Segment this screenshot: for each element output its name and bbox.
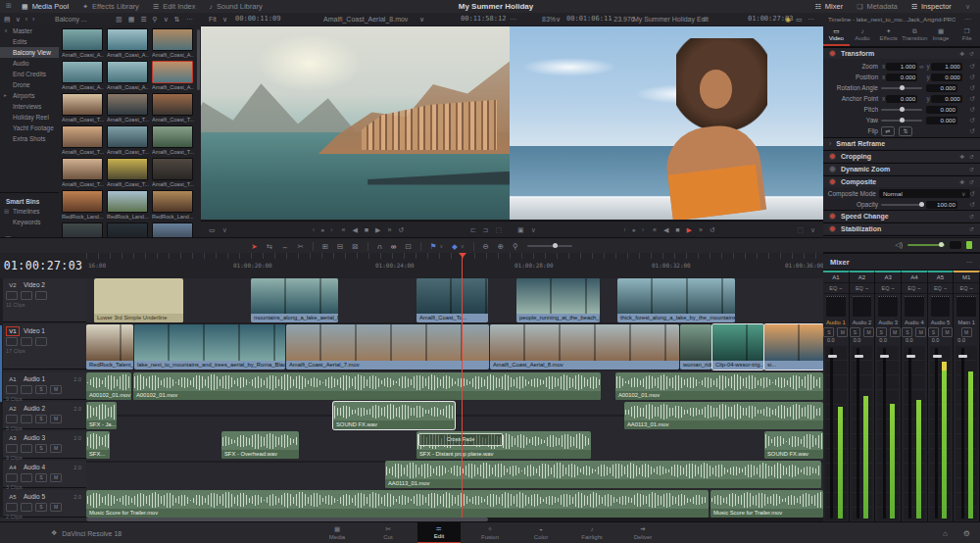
clip-thumbnail[interactable] (107, 125, 148, 148)
solo-button[interactable]: S (902, 327, 912, 337)
media-clip[interactable]: Amalfi_Coast_A... (151, 61, 196, 93)
clip-thumbnail[interactable] (152, 61, 193, 83)
page-tab-fusion[interactable]: ✧Fusion (468, 522, 512, 543)
media-clip[interactable]: Amalfi_Coast_A... (151, 28, 196, 61)
stop-button[interactable]: ■ (365, 226, 368, 233)
pan-control[interactable] (826, 296, 846, 317)
sort-icon[interactable]: ⇅ (174, 16, 180, 23)
scroll-indicator[interactable] (0, 325, 2, 402)
channel-fader[interactable] (930, 346, 952, 520)
timeline-viewer[interactable] (510, 25, 824, 221)
play-reverse-button[interactable]: ◀ (663, 226, 668, 234)
track-header-a2[interactable]: A2Audio 22.0SM5 Clips (0, 402, 86, 429)
tab-file[interactable]: ❐File (954, 25, 980, 46)
clip-thumbnail[interactable] (152, 158, 193, 180)
reset-icon[interactable]: ↺ (969, 178, 974, 185)
topbar-button-metadata[interactable]: ❏Metadata (857, 2, 898, 11)
reset-icon[interactable]: ↺ (970, 127, 975, 135)
filmstrip-view-icon[interactable]: ▥ (116, 16, 122, 23)
sidebar-item-yacht-footage[interactable]: Yacht Footage (0, 123, 59, 133)
select-tool[interactable]: ➤ (251, 242, 257, 251)
pitch-slider[interactable] (881, 109, 922, 111)
source-clip-name[interactable]: Amalfi_Coast_Aerial_8.mov (323, 13, 408, 25)
custom-zoom-button[interactable]: ⚲ (513, 242, 518, 251)
play-reverse-button[interactable]: ◀ (352, 226, 357, 234)
track-badge[interactable]: A5 (6, 492, 20, 502)
audio-clip[interactable]: A00102_01.mov (615, 372, 823, 400)
skip-back-button[interactable]: « (342, 226, 346, 233)
lock-icon[interactable] (6, 291, 18, 300)
tab-transition[interactable]: ⧉Transition (902, 25, 928, 46)
anchor-y-field[interactable]: 0.000 (931, 95, 962, 103)
chevron-down-icon[interactable]: ∨ (164, 16, 169, 23)
track-header-a1[interactable]: A1Audio 12.0SM9 Clips (0, 372, 86, 400)
thumbnail-view-icon[interactable]: ▦ (128, 16, 135, 23)
lock-icon[interactable] (6, 503, 18, 512)
auto-select-icon[interactable] (21, 385, 32, 394)
page-tab-color[interactable]: ◒Color (519, 522, 563, 543)
clip-thumbnail[interactable] (62, 125, 103, 148)
clip-thumbnail[interactable] (62, 158, 103, 180)
more-options-icon[interactable]: ⋯ (966, 258, 974, 267)
sidebar-item-extra-shots[interactable]: Extra Shots (0, 133, 59, 144)
track-badge[interactable]: V2 (6, 280, 20, 290)
mute-button[interactable]: M (50, 473, 62, 482)
fader-handle[interactable] (906, 355, 915, 358)
sidebar-item-master[interactable]: ∨Master (0, 25, 59, 36)
bin-display-icon[interactable]: ▤ (4, 16, 11, 23)
audio-clip[interactable]: SFX - Distant prop plane.wavCross Fade (416, 431, 591, 459)
eq-button[interactable]: EQ~ (902, 283, 927, 294)
chevron-down-icon[interactable]: ∨ (222, 13, 227, 25)
eq-button[interactable]: EQ~ (823, 283, 849, 294)
more-options-icon[interactable]: ⋯ (186, 16, 193, 23)
list-view-icon[interactable]: ☰ (140, 16, 146, 23)
snapping-toggle[interactable]: ∩ (377, 242, 382, 251)
media-clip[interactable]: Amalfi_Coast_T... (151, 158, 196, 190)
fader-handle[interactable] (828, 355, 837, 358)
media-clip[interactable]: Amalfi_Coast_T... (106, 158, 151, 190)
clip-thumbnail[interactable] (107, 61, 148, 83)
reset-icon[interactable]: ↺ (970, 190, 975, 198)
channel-fader[interactable] (877, 346, 899, 520)
mute-button[interactable]: M (50, 503, 62, 512)
playhead[interactable] (462, 253, 463, 518)
playhead-head[interactable] (459, 253, 466, 262)
mute-button[interactable]: M (863, 327, 874, 337)
viewer-mode-icon[interactable]: ▭ (209, 226, 216, 234)
media-clip[interactable]: Amalfi_Coast_A... (106, 28, 151, 61)
reset-icon[interactable]: ↺ (970, 84, 975, 92)
tab-audio[interactable]: ♪Audio (850, 25, 876, 46)
marker-button[interactable]: ◆ (452, 242, 458, 251)
viewer-option-icon[interactable]: ∨ (810, 226, 815, 234)
clip-thumbnail[interactable] (152, 190, 193, 213)
flip-horizontal-button[interactable]: ⇄ (881, 126, 895, 136)
topbar-button-effects-library[interactable]: ✦Effects Library (82, 2, 139, 11)
speed-change-section[interactable]: Speed Change ↺ (823, 210, 980, 222)
video-clip[interactable]: lake_next_to_mountains_and_trees_aerial_… (134, 324, 285, 370)
media-clip[interactable]: RedRock_Land... (61, 190, 106, 222)
jog-control[interactable]: ‹ ● › (623, 226, 646, 233)
clip-thumbnail[interactable] (107, 190, 148, 213)
mute-button[interactable]: M (961, 327, 972, 337)
solo-button[interactable]: S (876, 327, 887, 337)
track-badge[interactable]: A2 (6, 404, 20, 414)
zoom-x-field[interactable]: 1.000 (886, 63, 917, 71)
linked-selection-toggle[interactable]: ∞ (391, 242, 396, 251)
flip-vertical-button[interactable]: ⇅ (899, 126, 912, 136)
add-keyframe-icon[interactable]: ✚ (959, 50, 964, 57)
media-clip[interactable]: Amalfi_Coast_T... (61, 125, 106, 158)
more-options-icon[interactable]: ⋯ (964, 13, 971, 25)
stop-button[interactable]: ■ (675, 226, 679, 233)
topbar-button-edit-index[interactable]: ☰Edit Index (153, 2, 196, 11)
clip-thumbnail[interactable] (152, 93, 193, 116)
title-clip[interactable]: Lower 3rd Simple Underline (94, 278, 183, 322)
clip-thumbnail[interactable] (152, 28, 193, 51)
replace-clip-button[interactable]: ⊠ (352, 242, 358, 251)
topbar-button-sound-library[interactable]: ♪Sound Library (209, 2, 262, 11)
audio-clip[interactable]: AA0113_01.mov (624, 402, 823, 429)
mute-button[interactable]: M (837, 327, 848, 337)
audio-clip[interactable]: Music Score for Trailer.mov (710, 490, 823, 518)
project-manager-icon[interactable]: ⌂ (943, 529, 948, 538)
video-clip[interactable]: thick_forest_along_a_lake_by_the_mountai… (617, 278, 735, 322)
reset-icon[interactable]: ↺ (969, 166, 974, 173)
